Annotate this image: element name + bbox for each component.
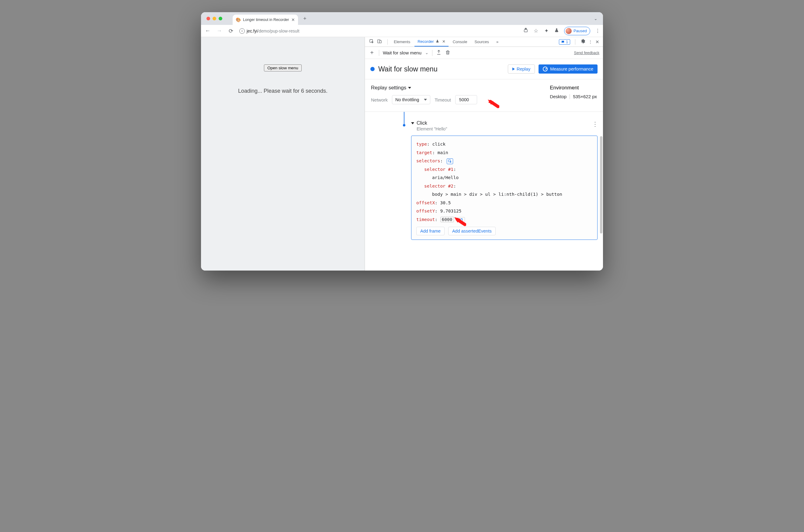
share-icon[interactable] <box>523 28 529 34</box>
recording-dropdown-icon[interactable]: ⌄ <box>425 51 428 55</box>
labs-beaker-icon[interactable] <box>554 28 560 34</box>
recording-status-dot <box>370 67 375 71</box>
step-click: Click Element "Hello" ⋮ type: click targ… <box>411 120 598 240</box>
devtools-tabbar: Elements Recorder ✕ Console Sources » 1 <box>365 37 603 47</box>
tab-strip: 🎨 Longer timeout in Recorder ✕ + ⌄ <box>201 12 603 25</box>
tab-sources[interactable]: Sources <box>471 37 492 46</box>
tab-close-button[interactable]: ✕ <box>291 17 295 22</box>
environment-heading: Environment <box>550 85 597 91</box>
new-tab-button[interactable]: + <box>300 14 309 23</box>
content-area: Open slow menu Loading... Please wait fo… <box>201 37 603 270</box>
step-subtitle: Element "Hello" <box>417 127 447 131</box>
minimize-window-button[interactable] <box>212 17 216 20</box>
env-device: Desktop <box>550 94 566 99</box>
site-info-icon[interactable]: i <box>239 28 245 34</box>
devtools-panel: Elements Recorder ✕ Console Sources » 1 <box>365 37 603 270</box>
chevron-down-icon <box>424 99 427 101</box>
browser-tab[interactable]: 🎨 Longer timeout in Recorder ✕ <box>232 15 298 25</box>
back-button[interactable]: ← <box>203 27 212 35</box>
window-controls <box>203 17 225 20</box>
step-timeout-input[interactable]: 6000 <box>440 217 454 222</box>
step-menu-button[interactable]: ⋮ <box>592 120 598 128</box>
env-dimensions: 535×622 px <box>573 94 597 99</box>
network-label: Network <box>371 97 388 102</box>
favicon-icon: 🎨 <box>236 17 241 22</box>
extensions-puzzle-icon[interactable]: ✦ <box>543 28 549 34</box>
beaker-icon <box>436 39 439 44</box>
settings-gear-icon[interactable] <box>580 39 585 45</box>
forward-button[interactable]: → <box>215 27 224 35</box>
step-rail <box>404 112 405 125</box>
close-window-button[interactable] <box>206 17 210 20</box>
measure-performance-button[interactable]: Measure performance <box>539 64 598 74</box>
steps-area: Click Element "Hello" ⋮ type: click targ… <box>365 112 603 270</box>
open-slow-menu-button[interactable]: Open slow menu <box>264 64 301 72</box>
gauge-icon <box>543 66 548 72</box>
step-name: Click <box>417 120 427 126</box>
recording-title: Wait for slow menu <box>378 65 437 73</box>
browser-toolbar: ← → ⟳ i jec.fyi/demo/pup-slow-result ☆ ✦… <box>201 25 603 37</box>
play-icon <box>512 68 515 71</box>
delete-property-icon[interactable] <box>458 217 465 223</box>
recorder-actionbar: + Wait for slow menu ⌄ Send feedback <box>365 47 603 59</box>
recording-name[interactable]: Wait for slow menu <box>383 50 422 55</box>
svg-marker-4 <box>488 100 493 105</box>
scrollbar[interactable] <box>600 136 602 233</box>
add-asserted-events-button[interactable]: Add assertedEvents <box>448 227 496 235</box>
issues-chip[interactable]: 1 <box>559 39 570 45</box>
tab-recorder[interactable]: Recorder ✕ <box>414 37 448 46</box>
svg-rect-3 <box>379 40 381 43</box>
url-text: jec.fyi/demo/pup-slow-result <box>247 28 300 34</box>
send-feedback-link[interactable]: Send feedback <box>574 51 599 55</box>
recording-title-row: Wait for slow menu Replay Measure perfor… <box>365 59 603 79</box>
delete-icon[interactable] <box>445 50 450 56</box>
chevron-down-icon <box>408 87 411 89</box>
paused-label: Paused <box>574 28 587 33</box>
reload-button[interactable]: ⟳ <box>227 27 235 35</box>
network-throttling-select[interactable]: No throttling <box>392 95 430 104</box>
device-toolbar-icon[interactable] <box>377 39 382 45</box>
bookmark-star-icon[interactable]: ☆ <box>533 28 539 34</box>
close-devtools-button[interactable]: ✕ <box>595 39 599 45</box>
step-editor[interactable]: type: click target: main selectors: sele… <box>411 136 598 240</box>
tab-title: Longer timeout in Recorder <box>243 18 289 22</box>
loading-text: Loading... Please wait for 6 seconds. <box>238 88 328 94</box>
inspect-element-icon[interactable] <box>369 39 374 45</box>
maximize-window-button[interactable] <box>219 17 222 20</box>
timeout-label: Timeout <box>434 97 451 102</box>
tab-overflow-button[interactable]: ⌄ <box>591 16 601 21</box>
expand-toggle-icon[interactable] <box>411 122 414 124</box>
add-frame-button[interactable]: Add frame <box>416 227 445 235</box>
replay-settings-toggle[interactable]: Replay settings <box>371 85 477 91</box>
close-panel-button[interactable]: ✕ <box>442 39 446 44</box>
select-element-icon[interactable] <box>447 158 453 164</box>
new-recording-button[interactable]: + <box>369 49 375 56</box>
address-bar[interactable]: i jec.fyi/demo/pup-slow-result <box>239 28 300 34</box>
replay-button[interactable]: Replay <box>508 64 535 74</box>
browser-menu-button[interactable]: ⋮ <box>595 28 601 34</box>
browser-window: 🎨 Longer timeout in Recorder ✕ + ⌄ ← → ⟳… <box>201 12 603 270</box>
rendered-page: Open slow menu Loading... Please wait fo… <box>201 37 365 270</box>
tab-console[interactable]: Console <box>450 37 470 46</box>
export-icon[interactable] <box>436 50 442 56</box>
svg-rect-0 <box>524 30 528 32</box>
more-tabs-button[interactable]: » <box>493 37 501 46</box>
annotation-arrow-icon <box>487 96 499 110</box>
timeout-input[interactable]: 5000 <box>455 95 477 104</box>
replay-settings-row: Replay settings Network No throttling Ti… <box>365 79 603 112</box>
avatar-icon <box>566 28 572 34</box>
devtools-menu-button[interactable]: ⋮ <box>588 39 592 44</box>
tab-elements[interactable]: Elements <box>391 37 413 46</box>
profile-paused-chip[interactable]: Paused <box>564 27 590 35</box>
